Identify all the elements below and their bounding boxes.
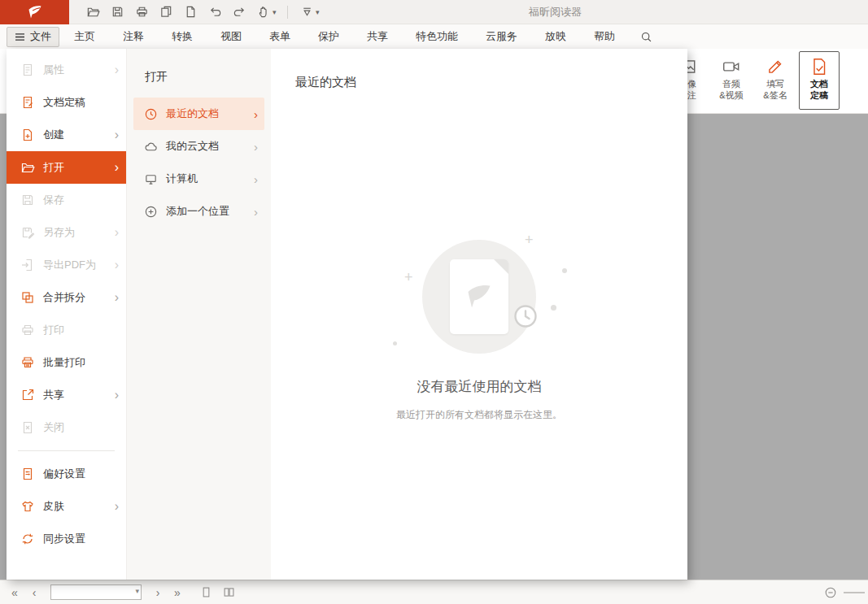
file-menu-button[interactable]: 文件 (7, 27, 59, 47)
empty-state-title: 没有最近使用的文档 (271, 377, 687, 396)
file-menu-item-merge-split[interactable]: 合并拆分 › (7, 281, 126, 314)
decoration-plus: + (525, 232, 534, 247)
statusbar: « ‹ ▾ › » (0, 580, 868, 604)
page-number-input[interactable] (50, 584, 142, 600)
redo-icon[interactable] (227, 2, 251, 23)
undo-icon[interactable] (203, 2, 227, 23)
open-folder-icon[interactable] (81, 2, 105, 23)
hand-tool-dropdown-caret[interactable]: ▾ (273, 8, 281, 16)
save-icon (20, 193, 35, 207)
last-page-button[interactable]: » (169, 584, 185, 602)
file-menu-item-share[interactable]: 共享 › (7, 379, 126, 411)
facing-page-view-icon[interactable] (220, 584, 238, 602)
chevron-right-icon: › (115, 291, 119, 304)
skin-icon (20, 499, 35, 514)
open-item-label: 最近的文档 (166, 106, 219, 121)
open-item-computer[interactable]: 计算机 › (133, 163, 264, 195)
tab-special-features[interactable]: 特色功能 (416, 24, 458, 49)
chevron-right-icon: › (115, 259, 119, 272)
chevron-right-icon: › (115, 500, 119, 513)
tab-presentation[interactable]: 放映 (545, 24, 566, 49)
file-menu-item-save[interactable]: 保存 (7, 184, 126, 216)
select-tool-dropdown-caret[interactable]: ▾ (316, 8, 324, 16)
cloud-icon (144, 140, 158, 154)
recent-view-title: 最近的文档 (295, 75, 356, 90)
file-menu-item-export-pdf[interactable]: 导出PDF为 › (7, 249, 126, 281)
file-menu-item-open[interactable]: 打开 › (7, 151, 126, 184)
file-button-label: 文件 (30, 29, 51, 44)
tab-view[interactable]: 视图 (220, 24, 242, 49)
previous-page-button[interactable]: ‹ (26, 584, 42, 602)
first-page-button[interactable]: « (7, 584, 23, 602)
toolbar-divider (287, 6, 288, 19)
new-document-icon[interactable] (178, 2, 203, 23)
decoration-plus: + (404, 270, 413, 285)
tab-comment[interactable]: 注释 (123, 24, 144, 49)
ribbon-item-label-line1: 填写 (766, 79, 784, 90)
menu-item-label: 属性 (43, 63, 64, 77)
file-menu-item-close[interactable]: 关闭 (7, 411, 126, 444)
zoom-slider[interactable] (844, 592, 865, 593)
file-menu-item-print[interactable]: 打印 (7, 314, 126, 346)
foxit-kite-watermark-icon (465, 282, 494, 311)
chevron-right-icon: › (254, 173, 258, 185)
file-menu-item-preferences[interactable]: 偏好设置 (7, 458, 126, 490)
search-icon[interactable] (636, 27, 656, 46)
save-icon[interactable] (105, 2, 129, 23)
sync-icon (20, 532, 35, 546)
tab-protect[interactable]: 保护 (318, 24, 339, 49)
titlebar: ▾ ▾ 福昕阅读器 (0, 0, 868, 24)
tab-help[interactable]: 帮助 (594, 24, 615, 49)
menu-item-label: 合并拆分 (43, 290, 85, 305)
file-menu-item-properties[interactable]: 属性 › (7, 54, 126, 86)
open-item-recent-documents[interactable]: 最近的文档 › (133, 98, 264, 130)
tab-form[interactable]: 表单 (269, 24, 290, 49)
combo-caret-icon[interactable]: ▾ (135, 587, 139, 595)
zoom-out-icon[interactable] (824, 586, 837, 599)
file-menu-item-finalize[interactable]: 文档定稿 (7, 86, 126, 119)
chevron-right-icon: › (254, 206, 258, 218)
menu-item-label: 共享 (43, 388, 64, 402)
tab-convert[interactable]: 转换 (172, 24, 193, 49)
ribbon-item-audio-video[interactable]: 音频 &视频 (711, 51, 752, 110)
hamburger-icon (15, 33, 25, 41)
tab-cloud-service[interactable]: 云服务 (486, 24, 517, 49)
zoom-controls (824, 580, 865, 604)
page-number-combo: ▾ (50, 584, 142, 600)
file-menu-item-skin[interactable]: 皮肤 › (7, 490, 126, 523)
print-icon (20, 323, 35, 337)
ribbon-item-fill-sign[interactable]: 填写 &签名 (755, 51, 796, 110)
file-menu-item-batch-print[interactable]: 批量打印 (7, 346, 126, 379)
foxit-logo[interactable] (0, 0, 69, 24)
file-menu-item-create[interactable]: 创建 › (7, 119, 126, 151)
copy-icon[interactable] (154, 2, 178, 23)
menu-item-label: 皮肤 (43, 499, 64, 514)
menu-item-label: 创建 (43, 128, 64, 142)
document-fold-corner (494, 259, 508, 274)
open-item-label: 我的云文档 (166, 139, 219, 154)
file-menu-item-save-as[interactable]: 另存为 › (7, 216, 126, 249)
tab-share[interactable]: 共享 (367, 24, 388, 49)
ribbon-item-label-line2: &视频 (719, 90, 743, 102)
quick-access-toolbar: ▾ ▾ (81, 2, 324, 23)
chevron-right-icon: › (115, 226, 119, 239)
open-item-my-cloud-documents[interactable]: 我的云文档 › (133, 130, 264, 163)
ribbon-item-label-line2: &签名 (763, 90, 787, 102)
single-page-view-icon[interactable] (197, 584, 215, 602)
recent-documents-view: 最近的文档 + + 没有最近使用的文档 最近打开的所有文档都将显示在这里。 (271, 49, 687, 580)
next-page-button[interactable]: › (150, 584, 166, 602)
file-menu-item-sync-settings[interactable]: 同步设置 (7, 523, 126, 555)
open-item-label: 添加一个位置 (166, 204, 229, 219)
print-icon[interactable] (129, 2, 154, 23)
open-item-add-a-place[interactable]: 添加一个位置 › (133, 195, 264, 228)
tab-home[interactable]: 主页 (74, 24, 95, 49)
file-menu-list: 属性 › 文档定稿 创建 › 打开 › 保存 (7, 49, 126, 580)
ribbon-item-label-line2: 定稿 (810, 90, 828, 102)
page-navigation: « ‹ ▾ › » (7, 584, 185, 602)
ribbon-item-doc-finalize[interactable]: 文档 定稿 (799, 51, 840, 110)
open-item-label: 计算机 (166, 172, 198, 186)
close-doc-icon (20, 420, 35, 435)
batch-print-icon (20, 355, 35, 370)
chevron-right-icon: › (254, 108, 258, 120)
ribbon-item-label-line1: 音频 (722, 79, 740, 90)
